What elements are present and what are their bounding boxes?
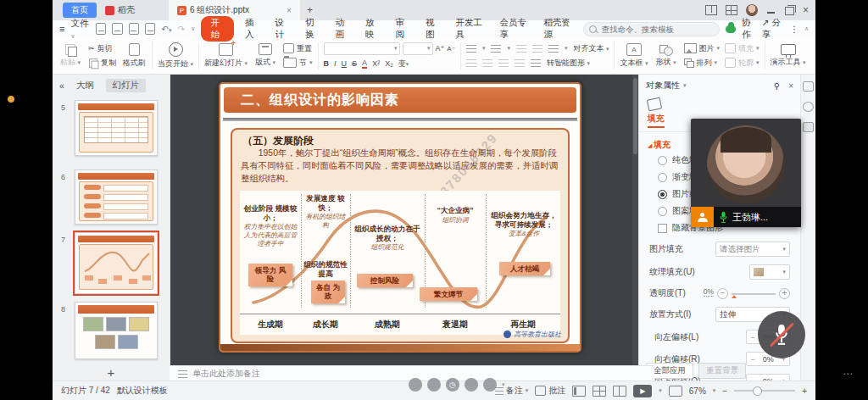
minimize-button[interactable] <box>766 6 776 14</box>
increase-indent-icon[interactable] <box>532 45 542 53</box>
reading-view-icon[interactable] <box>613 386 626 397</box>
transparency-plus-icon[interactable]: + <box>779 288 790 299</box>
fill-button[interactable]: 填充 ▾ <box>725 43 760 54</box>
more-menu-icon[interactable]: ⋮ <box>789 24 798 34</box>
paragraph-props-icon[interactable] <box>803 81 814 92</box>
slide-title[interactable]: 二、组织设计的影响因素 <box>224 87 576 113</box>
transparency-slider[interactable] <box>732 293 776 295</box>
play-from-current-button[interactable]: 当页开始 ▾ <box>158 42 193 69</box>
columns-icon[interactable] <box>531 59 541 67</box>
numbered-list-icon[interactable] <box>491 45 501 53</box>
menu-tab-transition[interactable]: 切换 <box>300 16 325 42</box>
collaborate-button[interactable]: 协作 <box>742 17 756 41</box>
slide-thumbnail-7-current[interactable] <box>75 232 158 294</box>
slide-thumbnail-6[interactable] <box>75 169 158 225</box>
account-avatar[interactable] <box>746 4 758 16</box>
quick-access-more-icon[interactable]: ∨ <box>191 25 195 32</box>
outline-button[interactable]: 轮廓 ▾ <box>725 58 760 69</box>
menu-tab-slideshow[interactable]: 放映 <box>360 16 385 42</box>
font-size-select[interactable]: ▾ <box>403 42 433 55</box>
transparency-minus-icon[interactable]: − <box>717 288 728 299</box>
zoom-slider[interactable] <box>734 390 795 392</box>
collapse-panel-icon[interactable]: « <box>59 81 64 91</box>
normal-view-icon[interactable] <box>572 386 586 397</box>
play-options-icon[interactable]: ▾ <box>659 387 662 394</box>
slide-content-panel[interactable]: （五）发展阶段 1950年，鲍尔丁提出“组织生命周期”概念。组织存在生命周期，每… <box>231 128 570 343</box>
presentation-tools-button[interactable]: 演示工具 ▾ <box>771 44 806 68</box>
menu-tab-insert[interactable]: 插入 <box>240 16 264 42</box>
new-slide-button[interactable]: 新建幻灯片 ▾ <box>204 43 248 69</box>
texture-fill-select[interactable]: ▾ <box>749 264 790 280</box>
close-tab-icon[interactable]: × <box>287 6 292 15</box>
menu-tab-docer-res[interactable]: 稻壳资源 <box>539 16 577 42</box>
pin-panel-icon[interactable]: ⚲ <box>774 81 780 91</box>
panel-title-dropdown-icon[interactable]: ▾ <box>683 82 687 89</box>
menu-tab-animation[interactable]: 动画 <box>330 16 354 42</box>
reactions-more-icon[interactable]: ▾ <box>502 381 505 388</box>
new-tab-button[interactable]: + <box>307 4 313 16</box>
italic-button[interactable]: I <box>334 59 337 68</box>
picture-fill-select[interactable]: 请选择图片▾ <box>715 242 790 257</box>
menu-tab-home[interactable]: 开始 <box>201 16 234 42</box>
selection-pane-icon[interactable] <box>803 122 814 132</box>
font-name-select[interactable]: ▾ <box>324 42 400 55</box>
undo-icon[interactable]: ↶▾ <box>161 24 171 34</box>
share-button[interactable]: ↗ 分享 <box>762 17 784 41</box>
underline-button[interactable]: U <box>342 59 348 68</box>
tab-fill[interactable]: 填充 <box>648 98 665 128</box>
paste-button[interactable]: 粘贴 ▾ <box>58 44 83 68</box>
tab-docer[interactable]: 稻壳 <box>97 1 143 19</box>
reset-button[interactable]: 重置 <box>283 43 313 54</box>
canvas-scrollbar[interactable] <box>632 75 638 381</box>
align-center-icon[interactable] <box>482 59 492 67</box>
reaction-icon[interactable] <box>409 378 422 392</box>
bullet-list-icon[interactable] <box>466 45 476 53</box>
save-icon[interactable] <box>96 23 106 35</box>
align-right-icon[interactable] <box>498 59 509 67</box>
subscript-button[interactable]: X₂ <box>385 59 393 68</box>
close-window-button[interactable]: × <box>803 4 809 16</box>
slide-7[interactable]: 二、组织设计的影响因素 （五）发展阶段 1950年，鲍尔丁提出“组织生命周期”概… <box>219 82 581 353</box>
close-panel-icon[interactable]: × <box>788 81 793 91</box>
minus-icon[interactable]: − <box>747 355 758 364</box>
reset-background-button[interactable]: 重置背景 <box>698 363 746 379</box>
slide-thumbnail-5[interactable] <box>75 100 158 156</box>
increase-font-icon[interactable]: A⁺ <box>436 44 445 53</box>
zoom-percent[interactable]: 67% <box>689 386 706 396</box>
shapes-button[interactable]: 形状 ▾ <box>654 44 679 68</box>
copy-button[interactable]: 复制 <box>88 58 116 69</box>
menu-tab-design[interactable]: 设计 <box>270 16 294 42</box>
file-menu[interactable]: 文件 ∨ <box>70 18 90 40</box>
fill-props-icon[interactable] <box>803 102 814 112</box>
print-icon[interactable] <box>129 23 139 35</box>
tab-outline[interactable]: 大纲 <box>76 80 94 92</box>
menu-tab-review[interactable]: 审阅 <box>391 16 415 42</box>
restore-button[interactable] <box>785 7 794 15</box>
menu-tab-member[interactable]: 会员专享 <box>495 16 533 42</box>
layout-button[interactable]: 版式 ▾ <box>253 43 278 68</box>
template-name[interactable]: 默认设计模板 <box>117 385 168 397</box>
zoom-out-icon[interactable]: − <box>722 386 727 396</box>
align-text-button[interactable]: 对齐文本 ▾ <box>573 43 609 54</box>
bold-button[interactable]: B <box>324 59 330 68</box>
zoom-knob[interactable] <box>753 386 762 396</box>
format-painter-button[interactable]: 格式刷 <box>121 43 147 69</box>
menu-tab-view[interactable]: 视图 <box>420 16 445 42</box>
export-icon[interactable] <box>112 23 122 35</box>
strike-button[interactable]: S <box>352 59 357 68</box>
slide-thumbnail-8[interactable] <box>75 302 158 359</box>
reaction-icon[interactable] <box>483 378 497 392</box>
fit-window-icon[interactable] <box>669 386 682 397</box>
zoom-in-icon[interactable]: + <box>802 386 807 396</box>
text-box-button[interactable]: A 文本框 ▾ <box>620 43 648 69</box>
search-input[interactable] <box>600 24 714 35</box>
add-slide-button[interactable]: + <box>53 365 170 380</box>
align-left-icon[interactable] <box>466 59 476 67</box>
hamburger-icon[interactable]: ≡ <box>59 24 64 34</box>
tab-slides[interactable]: 幻灯片 <box>106 79 147 92</box>
meeting-toolbar-overlay[interactable]: ◷ ▾ <box>409 376 505 393</box>
reaction-icon[interactable] <box>465 378 478 392</box>
print-preview-icon[interactable] <box>145 23 155 35</box>
line-spacing-icon[interactable] <box>548 45 559 53</box>
microphone-muted-button[interactable] <box>758 311 805 358</box>
